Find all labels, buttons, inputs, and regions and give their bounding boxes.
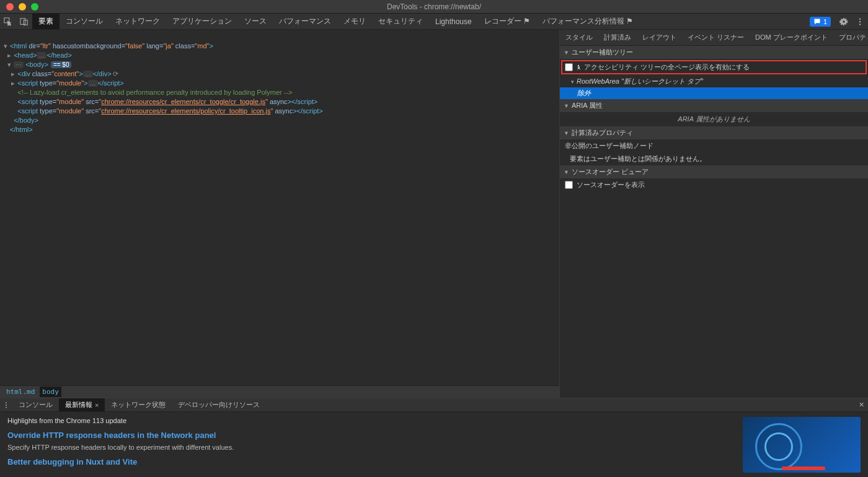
accessibility-icon [575,64,582,71]
panel-tab-8[interactable]: Lighthouse [429,14,478,29]
whatsnew-heading: Highlights from the Chrome 113 update [7,417,728,424]
minimize-window-icon[interactable] [19,3,26,11]
sidebar-tab-0[interactable]: スタイル [560,30,598,45]
whatsnew-item2-title[interactable]: Better debugging in Nuxt and Vite [7,457,728,466]
sidebar-tab-2[interactable]: レイアウト [637,30,682,45]
titlebar: DevTools - chrome://newtab/ [0,0,868,14]
breadcrumb-item[interactable]: body [40,387,61,397]
dom-line[interactable]: </html> [4,125,556,134]
panel-tab-3[interactable]: アプリケーション [166,14,238,29]
computed-line-1: 非公開のユーザー補助ノード [560,139,868,152]
main-area: ▾<html dir="ltr" hascustombackground="fa… [0,30,868,398]
svg-point-4 [859,20,861,22]
sidebar: スタイル計算済みレイアウトイベント リスナーDOM ブレークポイントプロパティア… [559,30,868,398]
dom-line[interactable]: ▾<html dir="ltr" hascustombackground="fa… [4,42,556,51]
enable-full-a11y-tree-row[interactable]: アクセシビリティ ツリーの全ページ表示を有効にする [561,60,867,74]
enable-full-a11y-tree-label: アクセシビリティ ツリーの全ページ表示を有効にする [584,63,750,72]
panel-tab-10[interactable]: パフォーマンス分析情報 ⚑ [536,14,639,29]
dom-line[interactable]: <script type="module" src="chrome://reso… [4,107,556,116]
drawer-tab-2[interactable]: ネットワーク状態 [105,398,172,411]
issues-count: 1 [823,18,827,25]
panel-tab-2[interactable]: ネットワーク [109,14,166,29]
show-source-order-label: ソースオーダーを表示 [577,180,645,190]
main-toolbar: 要素コンソールネットワークアプリケーションソースパフォーマンスメモリセキュリティ… [0,14,868,30]
aria-empty-message: ARIA 属性がありません [560,112,868,126]
sidebar-tabs: スタイル計算済みレイアウトイベント リスナーDOM ブレークポイントプロパティア… [560,30,868,46]
breadcrumb-item[interactable]: html.md [4,387,37,397]
sidebar-tab-1[interactable]: 計算済み [598,30,637,45]
panel-tab-7[interactable]: セキュリティ [372,14,429,29]
svg-point-9 [6,406,7,408]
a11y-ignored-node[interactable]: 除外 [560,87,868,99]
sidebar-tab-3[interactable]: イベント リスナー [682,30,750,45]
svg-point-6 [578,64,580,66]
section-aria-header[interactable]: ▼ARIA 属性 [560,99,868,112]
sidebar-tab-5[interactable]: プロパティ [833,30,868,45]
drawer-tab-1[interactable]: 最新情報× [59,398,105,411]
drawer-tab-3[interactable]: デベロッパー向けリソース [172,398,266,411]
window-title: DevTools - chrome://newtab/ [387,2,481,11]
drawer-tab-0[interactable]: コンソール [12,398,59,411]
dom-line[interactable]: <!-- Lazy-load cr_elements to avoid perf… [4,88,556,97]
dom-line[interactable]: ▸<div class="content">…</div>⟳ [4,69,556,79]
section-a11y-tree-header[interactable]: ▼ユーザー補助ツリー [560,46,868,59]
accessibility-pane: ▼ユーザー補助ツリー アクセシビリティ ツリーの全ページ表示を有効にする ▾Ro… [560,46,868,398]
source-order-row[interactable]: ソースオーダーを表示 [560,178,868,191]
section-source-order-header[interactable]: ▼ソースオーダー ビューア [560,165,868,178]
window-controls [6,3,38,11]
panel-tab-9[interactable]: レコーダー ⚑ [478,14,536,29]
svg-point-3 [859,18,861,19]
whats-new-body: Highlights from the Chrome 113 update Ov… [0,412,868,477]
panel-tab-6[interactable]: メモリ [337,14,372,29]
drawer: コンソール最新情報×ネットワーク状態デベロッパー向けリソース ✕ Highlig… [0,398,868,477]
elements-panel: ▾<html dir="ltr" hascustombackground="fa… [0,30,559,398]
close-window-icon[interactable] [6,3,14,11]
panel-tab-1[interactable]: コンソール [60,14,109,29]
section-computed-header[interactable]: ▼計算済みプロパティ [560,126,868,139]
dom-line[interactable]: <script type="module" src="chrome://reso… [4,97,556,107]
panel-tab-4[interactable]: ソース [238,14,273,29]
enable-full-a11y-tree-checkbox[interactable] [565,63,573,71]
whatsnew-thumbnail [743,417,861,473]
dom-line[interactable]: ▾⋯ <body>== $0 [4,60,556,69]
svg-point-5 [859,24,861,25]
more-menu-icon[interactable] [852,14,868,30]
a11y-root-node[interactable]: ▾RootWebArea "新しいシークレット タブ" [560,76,868,87]
dom-tree[interactable]: ▾<html dir="ltr" hascustombackground="fa… [0,30,559,385]
whatsnew-item1-title[interactable]: Override HTTP response headers in the Ne… [7,431,728,440]
device-toolbar-icon[interactable] [16,14,32,30]
sidebar-tab-4[interactable]: DOM ブレークポイント [750,30,833,45]
computed-line-2: 要素はユーザー補助とは関係がありません。 [560,152,868,165]
issues-badge[interactable]: 1 [810,17,831,27]
dom-line[interactable]: ▸<script type="module">…</script> [4,79,556,88]
drawer-menu-icon[interactable] [0,397,12,413]
panel-tab-5[interactable]: パフォーマンス [273,14,337,29]
breadcrumb: html.mdbody [0,385,559,398]
whatsnew-item1-body: Specify HTTP response headers locally to… [7,444,728,451]
panel-tabs: 要素コンソールネットワークアプリケーションソースパフォーマンスメモリセキュリティ… [32,14,639,29]
drawer-tab-close-icon[interactable]: × [95,401,99,409]
panel-tab-0[interactable]: 要素 [32,14,60,29]
dom-line[interactable]: </body> [4,116,556,125]
settings-icon[interactable] [836,14,852,30]
drawer-tabs: コンソール最新情報×ネットワーク状態デベロッパー向けリソース ✕ [0,398,868,412]
show-source-order-checkbox[interactable] [565,181,573,189]
inspect-element-icon[interactable] [0,14,16,30]
maximize-window-icon[interactable] [31,3,38,11]
svg-rect-1 [20,18,25,24]
dom-line[interactable]: ▸<head>…</head> [4,51,556,60]
dom-line[interactable] [4,32,556,42]
drawer-close-icon[interactable]: ✕ [854,401,868,409]
svg-point-8 [6,405,7,406]
svg-point-7 [6,402,7,403]
